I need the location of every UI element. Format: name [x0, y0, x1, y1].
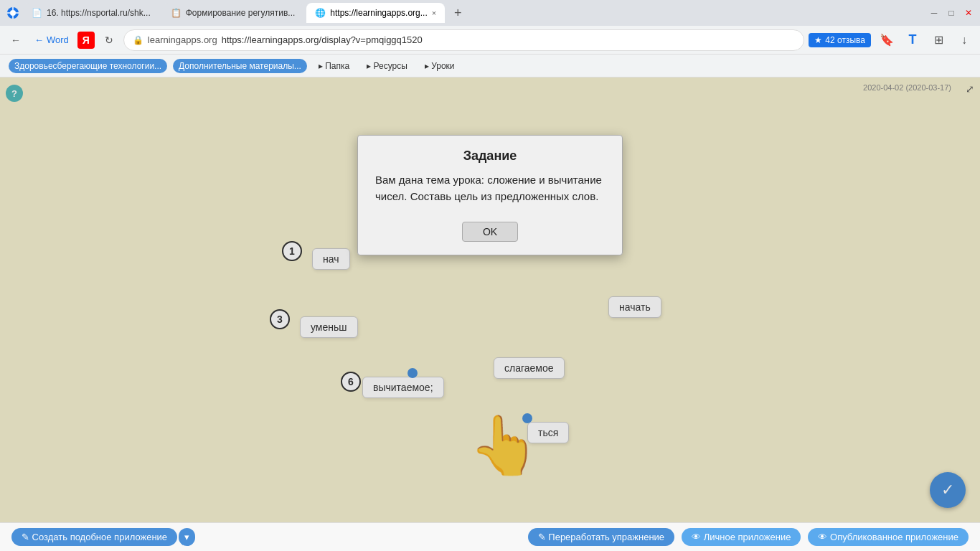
modal-title: Задание — [358, 136, 622, 172]
refresh-button[interactable]: ↻ — [99, 30, 119, 50]
word-link-arrow: ← — [34, 34, 44, 45]
tab-2[interactable]: 📋 Формирование регулятив... — [162, 3, 304, 23]
domain-text: learningapps.org — [148, 34, 217, 45]
extensions-icon[interactable]: ⊞ — [928, 30, 948, 50]
tab-1[interactable]: 📄 16. https://nsportal.ru/shk... — [23, 3, 159, 23]
edit-exercise-button[interactable]: ✎ Переработать упражнение — [528, 528, 674, 546]
modal-dialog: Задание Вам дана тема урока: сложение и … — [357, 135, 623, 255]
tabs-container: 📄 16. https://nsportal.ru/shk... 📋 Форми… — [6, 3, 925, 23]
bookmark-1[interactable]: Здоровьесберегающие технологии... — [9, 59, 167, 73]
address-bar-right: ★ 42 отзыва 🔖 T ⊞ ↓ — [809, 30, 974, 50]
svg-point-1 — [10, 10, 16, 16]
lock-icon: 🔒 — [133, 35, 143, 45]
browser-logo-icon — [6, 6, 20, 20]
create-dropdown-button[interactable]: ▾ — [179, 528, 195, 546]
bookmark-2[interactable]: Дополнительные материалы... — [173, 59, 307, 73]
window-controls: ─ □ ✕ — [928, 7, 974, 19]
ok-button[interactable]: OK — [462, 222, 518, 242]
back-button[interactable]: ← — [6, 30, 26, 50]
create-similar-button[interactable]: ✎ Создать подобное приложение — [11, 528, 177, 546]
tab-2-label: Формирование регулятив... — [186, 8, 296, 18]
bookmark-4[interactable]: ▸ Ресурсы — [361, 59, 413, 73]
tab-3[interactable]: 🌐 https://learningapps.org... × — [306, 3, 445, 23]
bottom-toolbar: ✎ Создать подобное приложение ▾ ✎ Перера… — [0, 522, 980, 551]
yandex-icon[interactable]: Я — [77, 32, 95, 49]
bookmark-bar: Здоровьесберегающие технологии... Дополн… — [0, 55, 980, 77]
personal-app-button[interactable]: 👁 Личное приложение — [682, 528, 801, 546]
tab-1-icon: 📄 — [32, 8, 42, 18]
reviews-label: 42 отзыва — [825, 35, 865, 45]
tab-3-label: https://learningapps.org... — [330, 8, 427, 18]
public-app-button[interactable]: 👁 Опубликованное приложение — [808, 528, 969, 546]
reviews-button[interactable]: ★ 42 отзыва — [809, 33, 871, 47]
bookmark-3[interactable]: ▸ Папка — [313, 59, 355, 73]
star-icon: ★ — [814, 35, 822, 45]
close-button[interactable]: ✕ — [963, 7, 974, 19]
tab-1-label: 16. https://nsportal.ru/shk... — [47, 8, 151, 18]
modal-body: Вам дана тема урока: сложение и вычитани… — [358, 172, 622, 216]
tab-bar: 📄 16. https://nsportal.ru/shk... 📋 Форми… — [0, 0, 980, 26]
new-tab-button[interactable]: + — [448, 3, 468, 23]
address-bar: ← ← Word Я ↻ 🔒 learningapps.org https://… — [0, 26, 980, 55]
modal-overlay: Задание Вам дана тема урока: сложение и … — [0, 77, 980, 522]
tab-3-icon: 🌐 — [315, 8, 326, 18]
tab-3-close[interactable]: × — [432, 9, 436, 17]
modal-footer: OK — [358, 216, 622, 255]
url-text: https://learningapps.org/display?v=pmqig… — [222, 34, 423, 45]
word-link-label: Word — [47, 34, 69, 45]
address-input[interactable]: 🔒 learningapps.org https://learningapps.… — [123, 29, 805, 51]
maximize-button[interactable]: □ — [946, 7, 957, 19]
bookmark-icon[interactable]: 🔖 — [877, 30, 897, 50]
app-content-area: 2020-04-02 (2020-03-17) ⤢ ? 1 нач 2 3 ум… — [0, 77, 980, 522]
minimize-button[interactable]: ─ — [928, 7, 940, 19]
translate-icon[interactable]: T — [903, 30, 923, 50]
word-link[interactable]: ← Word — [30, 32, 73, 48]
bottom-toolbar-right: ✎ Переработать упражнение 👁 Личное прило… — [528, 528, 969, 546]
tab-2-icon: 📋 — [171, 8, 182, 18]
bookmark-5[interactable]: ▸ Уроки — [419, 59, 461, 73]
download-icon[interactable]: ↓ — [954, 30, 974, 50]
